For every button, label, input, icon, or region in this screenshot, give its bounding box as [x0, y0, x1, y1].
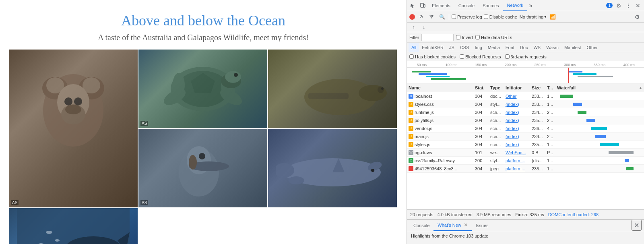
inspect-icon-btn[interactable]	[409, 1, 417, 10]
close-devtools-btn[interactable]: ✕	[634, 1, 642, 10]
disable-cache-checkbox[interactable]	[484, 14, 488, 19]
export-btn[interactable]: ↓	[419, 23, 428, 32]
filename: styles.css	[415, 102, 434, 107]
table-row[interactable]: J main.js 304 scri... (index) 234... 2..…	[407, 132, 644, 141]
device-toolbar-btn[interactable]	[418, 1, 427, 10]
cell-initiator[interactable]: platform...	[504, 158, 530, 163]
disable-cache-label[interactable]: Disable cache	[484, 14, 517, 19]
col-header-waterfall[interactable]: Waterfall ▲	[555, 85, 644, 90]
hide-data-urls-label[interactable]: Hide data URLs	[475, 35, 512, 40]
online-icon-btn[interactable]: 📶	[548, 12, 557, 21]
table-row[interactable]: W ng-cli-ws 101 we... WebSoc... 0 B P...	[407, 149, 644, 157]
throttle-dropdown[interactable]: No throttling ▾	[520, 14, 547, 19]
type-filter-manifest[interactable]: Manifest	[561, 43, 584, 52]
ruler-label-150ms: 150 ms	[466, 63, 496, 67]
cell-type: styl...	[489, 158, 504, 163]
col-header-size[interactable]: Size	[530, 85, 545, 90]
file-icon: D	[409, 94, 413, 99]
bottom-panel-content: Highlights from the Chrome 103 update	[407, 231, 644, 241]
table-row[interactable]: J vendor.js 304 scri... (index) 236... 4…	[407, 124, 644, 132]
status-transferred: 4.0 kB transferred	[437, 212, 472, 217]
more-options-btn[interactable]: ⋮	[624, 1, 633, 10]
svg-rect-45	[421, 3, 423, 7]
cell-size: 234...	[530, 134, 545, 139]
cell-initiator[interactable]: Other	[504, 94, 530, 99]
table-row[interactable]: J styles.css 304 styl... (index) 233... …	[407, 100, 644, 108]
cell-initiator[interactable]: (index)	[504, 126, 530, 131]
tab-sources[interactable]: Sources	[479, 0, 503, 11]
file-icon: J	[409, 126, 413, 131]
type-filter-other[interactable]: Other	[584, 43, 601, 52]
blocked-filter-3rd-party-requests[interactable]: 3rd-party requests	[505, 54, 547, 59]
cell-initiator[interactable]: platform...	[504, 166, 530, 171]
bottom-tab-issues[interactable]: Issues	[472, 220, 493, 231]
tab-network[interactable]: Network	[503, 0, 527, 11]
type-filter-doc[interactable]: Doc	[517, 43, 531, 52]
table-row[interactable]: D localhost 304 doc... Other 233... 1...	[407, 92, 644, 100]
type-filter-css[interactable]: CSS	[457, 43, 472, 52]
network-settings-btn[interactable]: ⚙	[633, 12, 642, 21]
cell-waterfall	[555, 124, 644, 132]
settings-btn[interactable]: ⚙	[614, 1, 623, 10]
hide-data-urls-checkbox[interactable]	[475, 35, 480, 39]
table-row[interactable]: C css?family=Raleway 200 styl... platfor…	[407, 157, 644, 165]
cell-initiator[interactable]: WebSoc...	[504, 150, 530, 155]
type-filter-img[interactable]: Img	[472, 43, 485, 52]
type-filter-fetchxhr[interactable]: Fetch/XHR	[419, 43, 446, 52]
cell-initiator[interactable]: (index)	[504, 142, 530, 147]
cell-type: styl...	[489, 102, 504, 107]
table-row[interactable]: I 49412593648_8cc3... 304 jpeg platform.…	[407, 165, 644, 173]
hide-data-urls-text: Hide data URLs	[481, 35, 512, 40]
svg-point-29	[199, 153, 205, 159]
type-filter-media[interactable]: Media	[485, 43, 503, 52]
page-title: Above and below the Ocean	[0, 0, 407, 33]
filename: localhost	[415, 94, 432, 99]
tl-bar-3	[426, 76, 450, 77]
cell-initiator[interactable]: (index)	[504, 118, 530, 123]
page-subtitle: A taste of the Australia and Galapagos W…	[0, 33, 407, 42]
cell-initiator[interactable]: (index)	[504, 102, 530, 107]
col-header-type[interactable]: Type	[489, 85, 504, 90]
table-row[interactable]: J runtime.js 304 scri... (index) 234... …	[407, 108, 644, 116]
preserve-log-label[interactable]: Preserve log	[452, 14, 482, 19]
col-header-status[interactable]: Stat.	[473, 85, 489, 90]
type-filter-all[interactable]: All	[409, 43, 419, 52]
tab-elements[interactable]: Elements	[428, 0, 454, 11]
filename: styles.js	[415, 142, 430, 147]
filter-toggle-btn[interactable]: ⧩	[427, 12, 436, 21]
tab-more[interactable]: »	[527, 0, 534, 11]
filter-input[interactable]	[421, 34, 454, 41]
type-filter-wasm[interactable]: Wasm	[543, 43, 561, 52]
table-row[interactable]: J polyfills.js 304 scri... (index) 235..…	[407, 116, 644, 124]
col-header-time[interactable]: T...	[545, 85, 555, 90]
search-btn[interactable]: 🔍	[438, 12, 446, 21]
tab-console[interactable]: Console	[454, 0, 479, 11]
svg-point-8	[74, 97, 82, 105]
cell-initiator[interactable]: (index)	[504, 110, 530, 115]
bottom-tab-whats-new[interactable]: What's New ✕	[433, 220, 471, 231]
cell-initiator[interactable]: (index)	[504, 134, 530, 139]
cell-name: J vendor.js	[407, 126, 473, 131]
svg-point-7	[64, 97, 72, 105]
col-header-name[interactable]: Name	[407, 85, 473, 90]
invert-checkbox[interactable]	[456, 35, 460, 39]
table-row[interactable]: J styles.js 304 scri... (index) 235... 1…	[407, 141, 644, 149]
bottom-tab-console[interactable]: Console	[409, 220, 433, 231]
preserve-log-checkbox[interactable]	[452, 14, 456, 19]
cell-size: 235...	[530, 142, 545, 147]
invert-label[interactable]: Invert	[456, 35, 473, 40]
type-filter-font[interactable]: Font	[503, 43, 517, 52]
type-filter-ws[interactable]: WS	[530, 43, 543, 52]
network-table[interactable]: Name Stat. Type Initiator Size T... Wate…	[407, 83, 644, 209]
cell-status: 101	[473, 150, 489, 155]
cell-type: we...	[489, 150, 504, 155]
type-filter-js[interactable]: JS	[446, 43, 457, 52]
bottom-panel-close[interactable]: ✕	[632, 220, 642, 231]
whats-new-close[interactable]: ✕	[464, 222, 468, 228]
import-btn[interactable]: ↑	[409, 23, 418, 32]
blocked-filter-blocked-requests[interactable]: Blocked Requests	[460, 54, 501, 59]
col-header-initiator[interactable]: Initiator	[504, 85, 530, 90]
blocked-filter-has-blocked-cookies[interactable]: Has blocked cookies	[409, 54, 456, 59]
record-button[interactable]	[409, 14, 415, 20]
stop-recording-btn[interactable]: ⊘	[417, 12, 425, 21]
